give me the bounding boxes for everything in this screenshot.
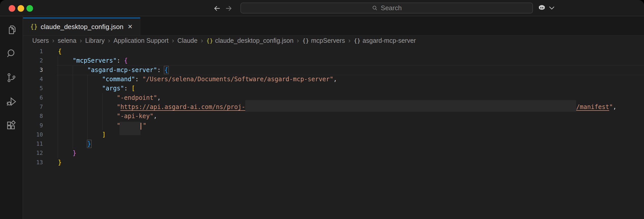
line-number: 10 bbox=[23, 130, 43, 139]
line-number: 4 bbox=[23, 75, 43, 84]
sidebar-item-extensions[interactable] bbox=[0, 114, 23, 138]
code-token: , bbox=[613, 103, 616, 111]
code-token: { bbox=[164, 66, 168, 74]
code-line: } bbox=[58, 139, 617, 148]
json-file-icon: {} bbox=[30, 23, 38, 30]
sidebar-item-run-and-debug[interactable] bbox=[0, 90, 23, 114]
redaction-box-api-key bbox=[119, 122, 141, 135]
breadcrumb-separator-icon: › bbox=[345, 37, 354, 45]
code-token: } bbox=[58, 159, 62, 166]
code-token bbox=[58, 66, 87, 74]
sidebar-item-source-control[interactable] bbox=[0, 66, 23, 90]
breadcrumb-item[interactable]: selena bbox=[58, 37, 76, 44]
breadcrumb-separator-icon: › bbox=[294, 37, 302, 45]
breadcrumb-item[interactable]: Users bbox=[32, 37, 49, 44]
line-number: 8 bbox=[23, 112, 43, 121]
code-token: "mcpServers" bbox=[73, 57, 117, 64]
breadcrumb-item[interactable]: {}asgard-mcp-server bbox=[354, 37, 416, 44]
arrow-left-icon bbox=[213, 4, 221, 12]
breadcrumb-item[interactable]: Application Support bbox=[113, 37, 168, 44]
code-line: "asgard-mcp-server": { bbox=[58, 65, 617, 75]
breadcrumb-separator-icon: › bbox=[76, 37, 85, 45]
source-control-icon bbox=[6, 72, 17, 84]
sidebar-item-search[interactable] bbox=[0, 42, 23, 66]
line-number: 2 bbox=[23, 56, 43, 65]
breadcrumb-separator-icon: › bbox=[168, 37, 177, 45]
extensions-icon bbox=[6, 120, 17, 131]
code-line: } bbox=[58, 158, 617, 167]
code-token: " bbox=[117, 103, 120, 111]
code-token bbox=[58, 122, 117, 129]
code-token bbox=[58, 131, 102, 138]
code-token: : bbox=[124, 85, 131, 92]
run-debug-icon bbox=[6, 96, 17, 107]
main-area: {} claude_desktop_config.json ✕ Users›se… bbox=[0, 16, 644, 219]
navigate-forward-button[interactable] bbox=[225, 4, 233, 12]
sidebar-item-explorer[interactable] bbox=[0, 18, 23, 42]
close-window-button[interactable] bbox=[9, 5, 15, 12]
code-token bbox=[58, 113, 117, 120]
files-icon bbox=[6, 24, 17, 36]
activity-bar bbox=[0, 16, 23, 219]
breadcrumb-separator-icon: › bbox=[105, 37, 114, 45]
symbol-object-icon: {} bbox=[354, 37, 361, 44]
close-tab-icon[interactable]: ✕ bbox=[128, 23, 133, 30]
code-line: "command": "/Users/selena/Documents/Soft… bbox=[58, 75, 617, 84]
code-token: , bbox=[154, 113, 157, 120]
breadcrumb-label: Claude bbox=[177, 37, 197, 44]
code-token: " bbox=[609, 103, 613, 111]
copilot-icon bbox=[537, 4, 546, 12]
line-number: 11 bbox=[23, 139, 43, 148]
code-token: "asgard-mcp-server" bbox=[87, 66, 157, 74]
code-token: [ bbox=[131, 85, 135, 92]
code-line: "" bbox=[58, 121, 617, 130]
code-token bbox=[58, 103, 117, 111]
code-token: : bbox=[117, 57, 124, 64]
code-token: } bbox=[73, 149, 76, 157]
breadcrumb-label: asgard-mcp-server bbox=[363, 37, 416, 44]
breadcrumb-item[interactable]: Library bbox=[85, 37, 104, 44]
code-token: : bbox=[157, 66, 164, 74]
code-token: "/Users/selena/Documents/Software/asgard… bbox=[142, 76, 333, 83]
zoom-window-button[interactable] bbox=[26, 5, 33, 12]
line-number: 9 bbox=[23, 121, 43, 130]
code-token: "args" bbox=[102, 85, 124, 92]
code-line: ] bbox=[58, 130, 617, 139]
navigate-back-button[interactable] bbox=[213, 4, 221, 12]
editor-group: {} claude_desktop_config.json ✕ Users›se… bbox=[23, 16, 644, 219]
code-line: { bbox=[58, 47, 617, 56]
code-token: } bbox=[87, 140, 91, 147]
code-token bbox=[58, 149, 73, 157]
code-line: "args": [ bbox=[58, 84, 617, 93]
breadcrumb-label: selena bbox=[58, 37, 76, 44]
copilot-menu-button[interactable] bbox=[537, 4, 555, 12]
arrow-right-icon bbox=[225, 4, 233, 12]
tab-claude-desktop-config[interactable]: {} claude_desktop_config.json ✕ bbox=[23, 18, 140, 35]
code-token bbox=[58, 94, 117, 101]
breadcrumb-label: Application Support bbox=[113, 37, 168, 44]
breadcrumb-label: Library bbox=[85, 37, 104, 44]
breadcrumb-separator-icon: › bbox=[49, 37, 58, 45]
code-token bbox=[58, 76, 102, 83]
url-link[interactable]: https://api.asgard-ai.com/ns/proj- bbox=[120, 103, 245, 111]
search-placeholder: Search bbox=[381, 4, 402, 12]
minimize-window-button[interactable] bbox=[18, 5, 24, 12]
url-link[interactable]: /manifest bbox=[576, 103, 609, 111]
search-input[interactable]: Search bbox=[240, 3, 533, 13]
breadcrumb-item[interactable]: {}claude_desktop_config.json bbox=[206, 37, 294, 44]
breadcrumb-label: claude_desktop_config.json bbox=[215, 37, 294, 44]
breadcrumb-label: Users bbox=[32, 37, 49, 44]
breadcrumb-item[interactable]: {}mcpServers bbox=[302, 37, 345, 44]
code-line: } bbox=[58, 148, 617, 158]
code-token: { bbox=[124, 57, 128, 64]
chevron-down-icon bbox=[549, 6, 555, 10]
code-editor[interactable]: 12345678910111213 { "mcpServers": { "asg… bbox=[23, 45, 644, 219]
code-token: , bbox=[157, 94, 161, 101]
json-file-icon: {} bbox=[206, 37, 213, 44]
code-token: , bbox=[333, 76, 337, 83]
code-token: "-endpoint" bbox=[117, 94, 157, 101]
code-token: " bbox=[143, 122, 146, 129]
code-token: : bbox=[135, 76, 142, 83]
breadcrumb-item[interactable]: Claude bbox=[177, 37, 197, 44]
line-number: 6 bbox=[23, 93, 43, 102]
